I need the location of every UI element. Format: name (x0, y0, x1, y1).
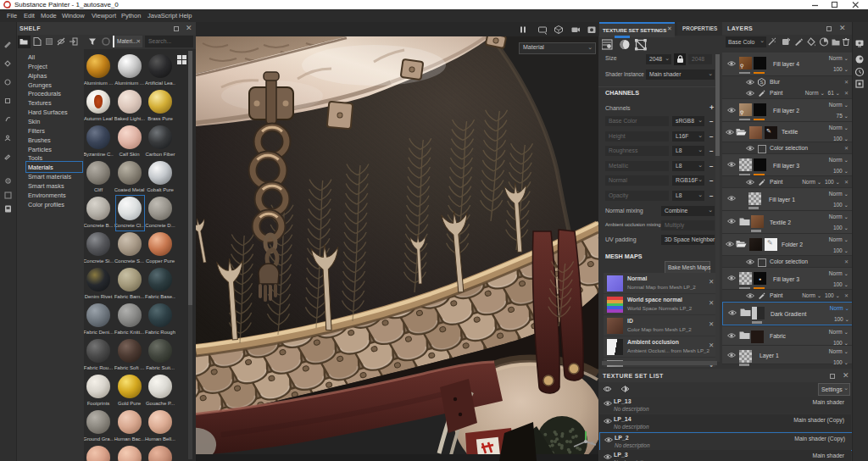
svg-text:x: x (591, 439, 594, 447)
svg-text:S: S (760, 80, 763, 85)
